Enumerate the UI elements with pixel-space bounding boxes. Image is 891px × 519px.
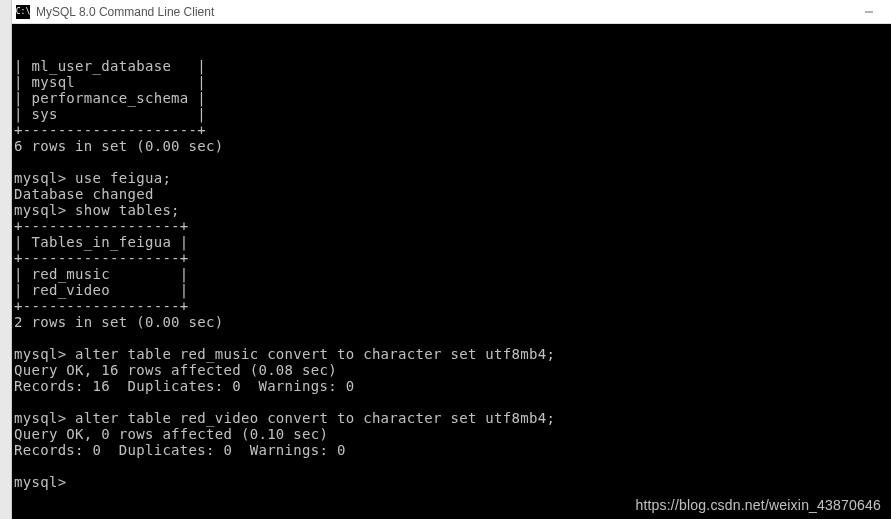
terminal-line: +------------------+: [14, 250, 891, 266]
terminal-line: | red_music |: [14, 266, 891, 282]
terminal-line: [14, 458, 891, 474]
terminal-line: mysql>: [14, 474, 891, 490]
terminal-line: | performance_schema |: [14, 90, 891, 106]
terminal-line: Database changed: [14, 186, 891, 202]
terminal-line: +------------------+: [14, 218, 891, 234]
terminal-line: [14, 490, 891, 506]
window-controls: [851, 0, 887, 24]
terminal-line: | red_video |: [14, 282, 891, 298]
terminal-line: Records: 16 Duplicates: 0 Warnings: 0: [14, 378, 891, 394]
terminal-line: | Tables_in_feigua |: [14, 234, 891, 250]
terminal-line: | mysql |: [14, 74, 891, 90]
minimize-button[interactable]: [851, 0, 887, 24]
terminal-line: mysql> show tables;: [14, 202, 891, 218]
terminal-line: [14, 394, 891, 410]
terminal-output[interactable]: | ml_user_database || mysql || performan…: [12, 24, 891, 519]
terminal-line: mysql> use feigua;: [14, 170, 891, 186]
terminal-line: Query OK, 16 rows affected (0.08 sec): [14, 362, 891, 378]
terminal-line: +------------------+: [14, 298, 891, 314]
terminal-line: | sys |: [14, 106, 891, 122]
app-window: C:\ MySQL 8.0 Command Line Client | ml_u…: [12, 0, 891, 519]
app-icon: C:\: [16, 5, 30, 19]
terminal-line: Records: 0 Duplicates: 0 Warnings: 0: [14, 442, 891, 458]
terminal-line: [14, 154, 891, 170]
terminal-line: mysql> alter table red_music convert to …: [14, 346, 891, 362]
terminal-line: 6 rows in set (0.00 sec): [14, 138, 891, 154]
external-left-gutter: [0, 0, 12, 519]
window-title: MySQL 8.0 Command Line Client: [36, 5, 851, 19]
terminal-line: 2 rows in set (0.00 sec): [14, 314, 891, 330]
terminal-line: [14, 330, 891, 346]
terminal-line: Query OK, 0 rows affected (0.10 sec): [14, 426, 891, 442]
terminal-line: | ml_user_database |: [14, 58, 891, 74]
terminal-line: mysql> alter table red_video convert to …: [14, 410, 891, 426]
titlebar[interactable]: C:\ MySQL 8.0 Command Line Client: [12, 0, 891, 24]
terminal-line: +--------------------+: [14, 122, 891, 138]
